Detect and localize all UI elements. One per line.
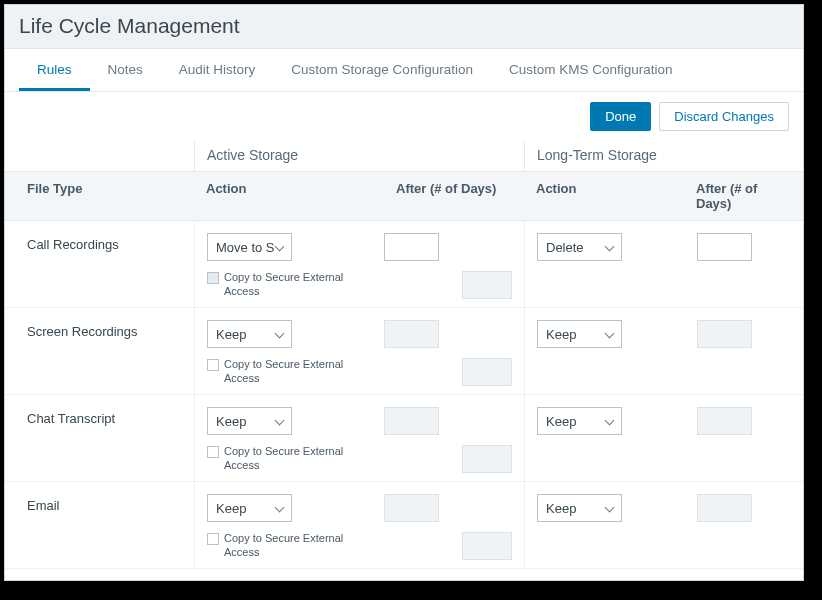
active-storage-cell: KeepCopy to Secure External Access	[194, 395, 524, 481]
tab-bar: RulesNotesAudit HistoryCustom Storage Co…	[5, 49, 803, 92]
app-window: Life Cycle Management RulesNotesAudit Hi…	[4, 4, 804, 581]
select-value: Keep	[546, 501, 605, 516]
file-type-cell: Chat Transcript	[5, 395, 194, 481]
copy-after-input	[462, 271, 512, 299]
select-value: Keep	[546, 327, 605, 342]
chevron-down-icon	[275, 242, 285, 252]
active-after-input	[384, 494, 439, 522]
chevron-down-icon	[605, 242, 615, 252]
active-storage-header: Active Storage	[194, 141, 524, 171]
long-after-input	[697, 320, 752, 348]
tab-custom-storage-configuration[interactable]: Custom Storage Configuration	[273, 49, 491, 91]
col-header-action-long: Action	[524, 172, 684, 220]
active-after-input	[384, 407, 439, 435]
table-row: EmailKeepCopy to Secure External AccessK…	[5, 482, 803, 569]
file-type-cell: Screen Recordings	[5, 308, 194, 394]
active-action-select[interactable]: Keep	[207, 494, 292, 522]
copy-to-secure-checkbox[interactable]	[207, 533, 219, 545]
long-after-input	[697, 494, 752, 522]
discard-changes-button[interactable]: Discard Changes	[659, 102, 789, 131]
long-after-input[interactable]	[697, 233, 752, 261]
rows-container: Call RecordingsMove to SCopy to Secure E…	[5, 221, 803, 569]
tab-rules[interactable]: Rules	[19, 49, 90, 91]
copy-to-secure-label: Copy to Secure External Access	[224, 358, 370, 386]
long-term-storage-cell: Keep	[524, 482, 803, 568]
header-bar: Life Cycle Management	[5, 5, 803, 49]
table-row: Chat TranscriptKeepCopy to Secure Extern…	[5, 395, 803, 482]
active-storage-cell: KeepCopy to Secure External Access	[194, 482, 524, 568]
chevron-down-icon	[605, 329, 615, 339]
done-button[interactable]: Done	[590, 102, 651, 131]
select-value: Keep	[546, 414, 605, 429]
copy-to-secure-checkbox-block: Copy to Secure External Access	[207, 358, 370, 386]
select-value: Keep	[216, 414, 275, 429]
long-action-select[interactable]: Keep	[537, 320, 622, 348]
chevron-down-icon	[275, 503, 285, 513]
tab-audit-history[interactable]: Audit History	[161, 49, 274, 91]
col-header-after-long: After (# of Days)	[684, 172, 803, 220]
long-term-storage-cell: Delete	[524, 221, 803, 307]
active-action-select[interactable]: Move to S	[207, 233, 292, 261]
page-title: Life Cycle Management	[19, 14, 789, 38]
copy-to-secure-checkbox-block: Copy to Secure External Access	[207, 445, 370, 473]
copy-to-secure-label: Copy to Secure External Access	[224, 532, 370, 560]
long-term-storage-cell: Keep	[524, 395, 803, 481]
chevron-down-icon	[605, 416, 615, 426]
file-type-cell: Call Recordings	[5, 221, 194, 307]
copy-to-secure-checkbox[interactable]	[207, 272, 219, 284]
active-action-select[interactable]: Keep	[207, 320, 292, 348]
long-term-storage-header: Long-Term Storage	[524, 141, 803, 171]
col-header-action-active: Action	[194, 172, 384, 220]
active-action-select[interactable]: Keep	[207, 407, 292, 435]
copy-to-secure-checkbox-block: Copy to Secure External Access	[207, 532, 370, 560]
copy-to-secure-checkbox[interactable]	[207, 359, 219, 371]
active-after-input[interactable]	[384, 233, 439, 261]
active-after-input	[384, 320, 439, 348]
long-action-select[interactable]: Delete	[537, 233, 622, 261]
copy-after-input	[462, 445, 512, 473]
copy-to-secure-label: Copy to Secure External Access	[224, 271, 370, 299]
long-action-select[interactable]: Keep	[537, 407, 622, 435]
select-value: Keep	[216, 501, 275, 516]
long-term-storage-cell: Keep	[524, 308, 803, 394]
table-row: Call RecordingsMove to SCopy to Secure E…	[5, 221, 803, 308]
copy-to-secure-label: Copy to Secure External Access	[224, 445, 370, 473]
active-storage-cell: Move to SCopy to Secure External Access	[194, 221, 524, 307]
col-header-after-active: After (# of Days)	[384, 172, 524, 220]
select-value: Keep	[216, 327, 275, 342]
select-value: Move to S	[216, 240, 275, 255]
active-storage-cell: KeepCopy to Secure External Access	[194, 308, 524, 394]
column-header-row: File Type Action After (# of Days) Actio…	[5, 172, 803, 221]
chevron-down-icon	[275, 416, 285, 426]
copy-to-secure-checkbox[interactable]	[207, 446, 219, 458]
select-value: Delete	[546, 240, 605, 255]
copy-to-secure-checkbox-block: Copy to Secure External Access	[207, 271, 370, 299]
long-after-input	[697, 407, 752, 435]
chevron-down-icon	[275, 329, 285, 339]
chevron-down-icon	[605, 503, 615, 513]
col-header-file-type: File Type	[5, 172, 194, 220]
storage-header-row: Active Storage Long-Term Storage	[5, 141, 803, 172]
copy-after-input	[462, 358, 512, 386]
action-bar: Done Discard Changes	[5, 92, 803, 141]
table-row: Screen RecordingsKeepCopy to Secure Exte…	[5, 308, 803, 395]
long-action-select[interactable]: Keep	[537, 494, 622, 522]
tab-custom-kms-configuration[interactable]: Custom KMS Configuration	[491, 49, 691, 91]
rules-grid: Active Storage Long-Term Storage File Ty…	[5, 141, 803, 580]
copy-after-input	[462, 532, 512, 560]
tab-notes[interactable]: Notes	[90, 49, 161, 91]
file-type-cell: Email	[5, 482, 194, 568]
